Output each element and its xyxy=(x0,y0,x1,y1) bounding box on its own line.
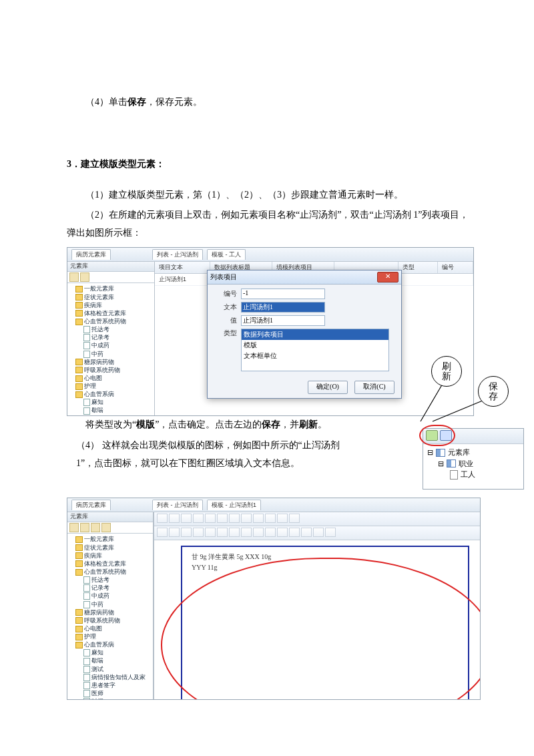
tree[interactable]: 一般元素库症状元素库疾病库体格检查元素库心血管系统药物托达考记录考中成药中药糖尿… xyxy=(67,283,154,415)
tree-item[interactable]: 托达考 xyxy=(70,576,152,584)
tree-item[interactable]: 测试 xyxy=(70,665,152,673)
toolbar-icon[interactable] xyxy=(101,523,111,532)
toolbar-icon[interactable] xyxy=(205,514,216,523)
tree-item[interactable]: 心电图 xyxy=(70,624,152,632)
toolbar-icon[interactable] xyxy=(313,528,324,537)
tree-item[interactable]: 中药 xyxy=(70,350,153,358)
tree-item[interactable]: 中成药 xyxy=(70,592,152,600)
tree-item[interactable]: 症状元素库 xyxy=(70,293,153,301)
toolbar-icon[interactable] xyxy=(217,514,228,523)
document-editor[interactable]: 甘 9g 洋生黄果 5g XXX 10g YYY 11g xyxy=(181,546,469,699)
tree-item[interactable]: 歇喘 xyxy=(70,656,152,665)
tree-item[interactable]: 呼吸系统药物 xyxy=(70,616,152,624)
tree-item[interactable]: 症状元素库 xyxy=(70,544,152,552)
mini-root: 元素库 xyxy=(448,447,470,458)
tree-item[interactable]: 医师 xyxy=(70,689,152,697)
tree-item[interactable]: 心血管系统药物 xyxy=(70,317,153,325)
close-icon[interactable]: ✕ xyxy=(377,272,398,282)
toolbar-icon[interactable] xyxy=(181,514,192,523)
input-text[interactable]: 止泻汤剂1 xyxy=(241,302,325,313)
tree-item[interactable]: 患者签字 xyxy=(70,681,152,689)
tab-left-panel[interactable]: 病历元素库 xyxy=(71,500,111,510)
tree-item[interactable]: 糖尿病药物 xyxy=(70,608,152,616)
tree-item[interactable]: 呼吸系统药物 xyxy=(70,366,153,374)
tree-item[interactable]: 中药 xyxy=(70,600,152,608)
toolbar-icon[interactable] xyxy=(69,272,79,282)
toolbar-icon[interactable] xyxy=(265,514,276,523)
toolbar-icon[interactable] xyxy=(265,528,276,537)
tree-item[interactable]: 护理 xyxy=(70,632,152,640)
tree-item[interactable]: 心血管系病 xyxy=(70,390,153,398)
toolbar-icon[interactable] xyxy=(253,528,264,537)
toolbar-icon[interactable] xyxy=(325,528,336,537)
tree-item[interactable]: 疾病库 xyxy=(70,552,152,560)
toolbar-icon[interactable] xyxy=(229,528,240,537)
tree-item[interactable]: 糖尿病药物 xyxy=(70,358,153,366)
toolbar-icon[interactable] xyxy=(69,523,79,532)
toolbar-icon[interactable] xyxy=(277,528,288,537)
toolbar-icon[interactable] xyxy=(181,528,192,537)
tree-item[interactable]: 中成药 xyxy=(70,341,153,349)
toolbar-icon[interactable] xyxy=(193,514,204,523)
toolbar-icon[interactable] xyxy=(277,514,288,523)
tab-list[interactable]: 列表 - 止泻汤剂 xyxy=(152,249,203,260)
toolbar-icon[interactable] xyxy=(301,528,312,537)
option[interactable]: 数据列表项目 xyxy=(242,329,388,340)
doc-line: YYY 11g xyxy=(192,564,459,571)
tree-item[interactable]: 疾病库 xyxy=(70,301,153,309)
type-listbox[interactable]: 数据列表项目 模版 文本框单位 xyxy=(241,329,389,371)
tree-item[interactable]: 托达考 xyxy=(70,325,153,333)
tree-item[interactable]: 记录考 xyxy=(70,333,153,341)
option[interactable]: 文本框单位 xyxy=(242,351,388,361)
tree[interactable]: 一般元素库症状元素库疾病库体格检查元素库心血管系统药物托达考记录考中成药中药糖尿… xyxy=(67,534,153,699)
tree-item[interactable]: 一般元素库 xyxy=(70,285,153,293)
input-val[interactable]: 止泻汤剂1 xyxy=(241,315,325,326)
mini-item[interactable]: 职业 xyxy=(459,458,473,469)
input-num[interactable]: -1 xyxy=(241,289,325,299)
tree-item[interactable]: 体格检查元素库 xyxy=(70,309,153,317)
tree-item[interactable]: 歇喘 xyxy=(70,406,153,414)
tab-left-panel[interactable]: 病历元素库 xyxy=(71,249,111,260)
toolbar-icon[interactable] xyxy=(157,514,168,523)
ok-button[interactable]: 确定(O) xyxy=(308,381,348,394)
tree-item[interactable]: 麻知 xyxy=(70,398,153,406)
toolbar-icon[interactable] xyxy=(169,514,180,523)
toolbar-icon[interactable] xyxy=(229,514,240,523)
toolbar-icon[interactable] xyxy=(80,523,89,532)
option[interactable]: 模版 xyxy=(242,340,388,351)
tree-item[interactable]: 记录考 xyxy=(70,584,152,592)
toolbar-icon[interactable] xyxy=(253,514,264,523)
tree-item[interactable]: 麻知 xyxy=(70,648,152,656)
figure-1: 病历元素库 列表 - 止泻汤剂 模板 - 工人 元素库 一般元素库症状元素库疾病… xyxy=(67,247,474,416)
refresh-icon[interactable] xyxy=(426,430,438,441)
toolbar-icon[interactable] xyxy=(217,528,228,537)
toolbar-icon[interactable] xyxy=(289,528,300,537)
save-icon[interactable] xyxy=(440,430,452,441)
label-num: 编号 xyxy=(214,289,237,299)
tab-list[interactable]: 列表 - 止泻汤剂 xyxy=(152,500,203,510)
tree-item[interactable]: 心血管系病 xyxy=(70,640,152,648)
toolbar-icon[interactable] xyxy=(91,523,100,532)
toolbar-icon[interactable] xyxy=(157,528,168,537)
toolbar-icon[interactable] xyxy=(80,272,89,282)
tab-template[interactable]: 模板 - 工人 xyxy=(207,249,246,260)
tree-item[interactable]: 护理 xyxy=(70,382,153,390)
toolbar-icon[interactable] xyxy=(241,528,252,537)
tab-template[interactable]: 模板 - 止泻汤剂1 xyxy=(207,500,261,510)
cancel-button[interactable]: 取消(C) xyxy=(354,381,394,394)
bold-save: 保存 xyxy=(127,97,146,107)
toolbar-icon[interactable] xyxy=(193,528,204,537)
tree-item[interactable]: 时间 xyxy=(70,697,152,699)
tree-item[interactable]: 体格检查元素库 xyxy=(70,560,152,568)
tree-item[interactable]: 测试 xyxy=(70,415,153,416)
toolbar-icon[interactable] xyxy=(205,528,216,537)
section-3-title: 3．建立模版类型元素： xyxy=(67,158,474,170)
tree-item[interactable]: 心电图 xyxy=(70,374,153,382)
mini-item[interactable]: 工人 xyxy=(461,469,475,480)
toolbar-icon[interactable] xyxy=(169,528,180,537)
toolbar-icon[interactable] xyxy=(289,514,300,523)
tree-item[interactable]: 心血管系统药物 xyxy=(70,568,152,576)
tree-item[interactable]: 一般元素库 xyxy=(70,535,152,543)
tree-item[interactable]: 病情报告知情人及家 xyxy=(70,673,152,681)
toolbar-icon[interactable] xyxy=(241,514,252,523)
